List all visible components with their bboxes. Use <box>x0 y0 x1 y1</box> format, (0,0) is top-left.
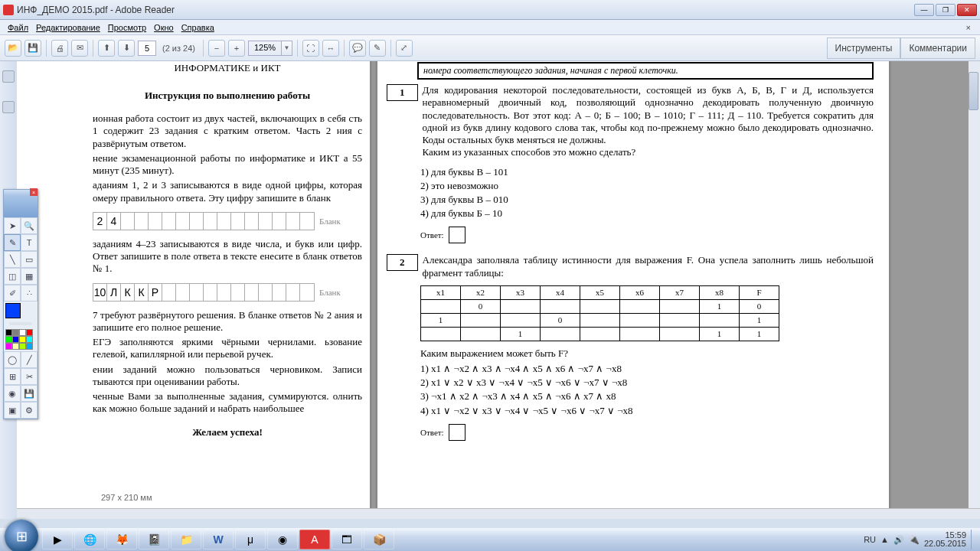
window-title: ИНФ_ДЕМО 2015.pdf - Adobe Reader <box>17 5 914 15</box>
color-swatch[interactable] <box>5 336 12 343</box>
color-grid[interactable] <box>4 328 38 351</box>
current-color[interactable] <box>5 303 21 318</box>
color-swatch[interactable] <box>19 343 26 350</box>
color-swatch[interactable] <box>12 336 19 343</box>
taskbar-firefox[interactable]: 🦊 <box>106 530 137 549</box>
comments-panel-button[interactable]: Комментарии <box>900 37 975 59</box>
comment-icon[interactable]: 💬 <box>349 40 366 57</box>
tray-network-icon[interactable]: 🔌 <box>909 535 920 545</box>
text-tool-icon[interactable]: T <box>21 234 38 251</box>
arrow-tool-icon[interactable]: ➤ <box>4 217 21 234</box>
color-swatch[interactable] <box>26 343 33 350</box>
settings-tool-icon[interactable]: ⚙ <box>21 402 38 419</box>
highlight-icon[interactable]: ✎ <box>369 40 386 57</box>
show-desktop[interactable] <box>971 530 977 549</box>
print-icon[interactable]: 🖨 <box>51 40 68 57</box>
document-viewport[interactable]: ИНФОРМАТИКЕ и ИКТ Инструкция по выполнен… <box>17 61 980 519</box>
taskbar-app[interactable]: 🗔 <box>332 530 362 549</box>
eraser-tool-icon[interactable]: ◫ <box>4 268 21 285</box>
taskbar-reader[interactable]: A <box>299 530 330 549</box>
read-mode-icon[interactable]: ⤢ <box>396 40 413 57</box>
color-swatch[interactable] <box>5 329 12 336</box>
rect-tool-icon[interactable]: ▭ <box>21 251 38 268</box>
taskbar-ie[interactable]: 🌐 <box>74 530 105 549</box>
taskbar-utorrent[interactable]: μ <box>235 530 266 549</box>
blank-label: Бланк <box>319 217 341 226</box>
color-swatch[interactable] <box>26 329 33 336</box>
tools-panel-button[interactable]: Инструменты <box>827 37 901 59</box>
answer-box[interactable] <box>449 424 466 441</box>
table-cell <box>421 299 461 313</box>
size-slider[interactable] <box>9 322 32 325</box>
start-button[interactable]: ⊞ <box>5 520 38 551</box>
misc-tool-icon[interactable]: ⊞ <box>4 368 21 385</box>
menu-view[interactable]: Просмотр <box>105 21 149 34</box>
taskbar-word[interactable]: W <box>203 530 234 549</box>
taskbar-notes[interactable]: 📓 <box>139 530 169 549</box>
menu-file[interactable]: Файл <box>5 21 31 34</box>
spray-tool-icon[interactable]: ∴ <box>21 285 38 302</box>
taskbar[interactable]: ⊞ ▶ 🌐 🦊 📓 📁 W μ ◉ A 🗔 📦 RU ▲ 🔊 🔌 15:59 2… <box>0 528 980 551</box>
palette-header[interactable]: × <box>4 190 38 196</box>
page-up-icon[interactable]: ⬆ <box>98 40 115 57</box>
taskbar-chrome[interactable]: ◉ <box>267 530 298 549</box>
tray-date[interactable]: 22.05.2015 <box>924 540 966 548</box>
save-tool-icon[interactable]: 💾 <box>21 385 38 402</box>
color-swatch[interactable] <box>26 336 33 343</box>
grid-cell <box>259 284 273 301</box>
table-cell <box>580 327 620 341</box>
open-icon[interactable]: 📂 <box>5 40 21 57</box>
color-swatch[interactable] <box>5 343 12 350</box>
pencil-tool-icon[interactable]: ✎ <box>4 234 21 251</box>
zoom-value[interactable]: 125% <box>248 41 282 56</box>
save-icon[interactable]: 💾 <box>24 40 41 57</box>
tray-lang[interactable]: RU <box>864 535 876 544</box>
document-area: ИНФОРМАТИКЕ и ИКТ Инструкция по выполнен… <box>0 61 980 519</box>
answer-box[interactable] <box>449 227 466 243</box>
thumbnails-icon[interactable] <box>2 70 15 83</box>
misc2-tool-icon[interactable]: ✂ <box>21 368 38 385</box>
shape-tool-icon[interactable]: ◯ <box>4 351 21 368</box>
color-swatch[interactable] <box>12 329 19 336</box>
palette-close-icon[interactable]: × <box>30 188 38 196</box>
color-swatch[interactable] <box>19 336 26 343</box>
system-tray[interactable]: RU ▲ 🔊 🔌 15:59 22.05.2015 <box>864 530 980 549</box>
capture-tool-icon[interactable]: ◉ <box>4 385 21 402</box>
page-number-input[interactable] <box>138 41 156 56</box>
zoom-in-icon[interactable]: + <box>228 40 245 57</box>
fill-tool-icon[interactable]: ▦ <box>21 268 38 285</box>
zoom-out-icon[interactable]: − <box>208 40 225 57</box>
table-header: x7 <box>660 285 700 299</box>
brush-tool-icon[interactable]: ╲ <box>4 251 21 268</box>
color-swatch[interactable] <box>19 329 26 336</box>
menu-help[interactable]: Справка <box>178 21 217 34</box>
vertical-scrollbar[interactable] <box>969 61 980 519</box>
line-tool-icon[interactable]: ╱ <box>21 351 38 368</box>
grid-cell <box>162 213 176 230</box>
zoom-tool-icon[interactable]: 🔍 <box>21 217 38 234</box>
minimize-button[interactable]: — <box>914 4 934 16</box>
tray-flag-icon[interactable]: ▲ <box>880 535 889 544</box>
maximize-button[interactable]: ❐ <box>936 4 956 16</box>
tray-sound-icon[interactable]: 🔊 <box>893 535 904 545</box>
scroll-thumb[interactable] <box>969 72 978 110</box>
picker-tool-icon[interactable]: ✐ <box>4 285 21 302</box>
menu-window[interactable]: Окно <box>151 21 177 34</box>
menu-edit[interactable]: Редактирование <box>33 21 103 34</box>
page-down-icon[interactable]: ⬇ <box>118 40 135 57</box>
color-swatch[interactable] <box>12 343 19 350</box>
zoom-dropdown-icon[interactable]: ▼ <box>282 41 292 56</box>
taskbar-explorer[interactable]: 📁 <box>171 530 201 549</box>
taskbar-media[interactable]: ▶ <box>42 530 73 549</box>
attachments-icon[interactable] <box>2 101 15 113</box>
table-cell <box>541 327 580 341</box>
close-button[interactable]: ✕ <box>957 4 977 16</box>
taskbar-app2[interactable]: 📦 <box>364 530 394 549</box>
mail-icon[interactable]: ✉ <box>71 40 88 57</box>
drawing-palette[interactable]: × ➤🔍 ✎T ╲▭ ◫▦ ✐∴ ◯╱ ⊞✂ ◉💾 ▣⚙ <box>3 189 38 419</box>
toggle-tool-icon[interactable]: ▣ <box>4 402 21 419</box>
menubar-close[interactable]: × <box>963 21 975 34</box>
horizontal-scrollbar[interactable] <box>17 508 980 519</box>
fit-width-icon[interactable]: ↔ <box>322 40 339 57</box>
fit-page-icon[interactable]: ⛶ <box>302 40 319 57</box>
